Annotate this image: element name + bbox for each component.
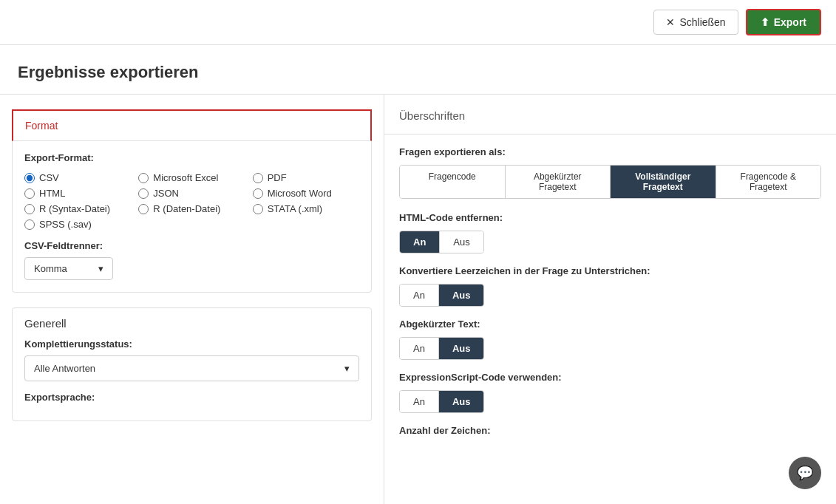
expression-toggle-aus[interactable]: Aus (439, 391, 484, 412)
radio-html[interactable]: HTML (24, 188, 131, 199)
right-section: Überschriften Fragen exportieren als: Fr… (384, 95, 836, 436)
questions-export-label: Fragen exportieren als: (399, 146, 821, 157)
csv-separator-dropdown[interactable]: Komma ▾ (24, 257, 113, 280)
right-panel: Überschriften Fragen exportieren als: Fr… (384, 95, 836, 504)
html-toggle-group: An Aus (399, 231, 484, 253)
radio-word[interactable]: Microsoft Word (253, 188, 359, 199)
completion-dropdown[interactable]: Alle Antworten ▾ (24, 355, 359, 381)
radio-pdf[interactable]: PDF (253, 172, 359, 183)
export-label: Export (774, 16, 806, 28)
html-toggle-aus[interactable]: Aus (440, 231, 483, 253)
short-text-label: Abgekürzter Text: (399, 319, 821, 330)
tab-fragencode-fragetext[interactable]: Fragencode &Fragetext (716, 166, 821, 198)
completion-value: Alle Antworten (34, 363, 95, 374)
radio-json-label: JSON (153, 188, 179, 199)
html-toggle-an[interactable]: An (400, 231, 440, 253)
tab-fragencode[interactable]: Fragencode (400, 166, 506, 198)
format-section: Format Export-Format: CSV HTML (12, 109, 372, 293)
export-lang-label: Exportsprache: (24, 392, 359, 403)
format-section-body: Export-Format: CSV HTML (13, 140, 371, 292)
format-radio-grid: CSV HTML R (Syntax-Datei) SPSS (.sa (24, 172, 359, 230)
radio-spss[interactable]: SPSS (.sav) (24, 219, 131, 230)
generell-header: Generell (13, 308, 371, 338)
upload-icon: ⬆ (761, 16, 769, 28)
radio-csv-label: CSV (39, 172, 59, 183)
tab-abgekuerzt[interactable]: AbgekürzterFragetext (506, 166, 611, 198)
questions-tab-group: Fragencode AbgekürzterFragetext Vollstän… (399, 165, 821, 199)
convert-toggle-an[interactable]: An (400, 285, 439, 306)
radio-stata-label: STATA (.xml) (268, 203, 322, 214)
char-count-label: Anzahl der Zeichen: (399, 425, 821, 436)
short-text-toggle-aus[interactable]: Aus (439, 338, 484, 359)
radio-excel-label: Microsoft Excel (153, 172, 218, 183)
radio-csv[interactable]: CSV (24, 172, 131, 183)
convert-label: Konvertiere Leerzeichen in der Frage zu … (399, 265, 821, 276)
short-text-toggle-an[interactable]: An (400, 338, 439, 359)
short-text-toggle-group: An Aus (399, 337, 484, 360)
right-section-title: Überschriften (399, 109, 821, 122)
generell-body: Komplettierungsstatus: Alle Antworten ▾ … (13, 338, 371, 420)
tab-vollstaendig[interactable]: VollständigerFragetext (611, 166, 716, 198)
chat-icon: 💬 (797, 465, 813, 481)
radio-spss-label: SPSS (.sav) (39, 219, 92, 230)
close-icon: ✕ (666, 16, 675, 28)
top-bar: ✕ Schließen ⬆ Export (0, 0, 836, 45)
radio-rdata-label: R (Daten-Datei) (153, 203, 220, 214)
chat-button[interactable]: 💬 (789, 457, 821, 489)
html-remove-label: HTML-Code entfernen: (399, 212, 821, 223)
radio-pdf-label: PDF (268, 172, 287, 183)
format-col3: PDF Microsoft Word STATA (.xml) (253, 172, 359, 230)
radio-html-label: HTML (39, 188, 65, 199)
close-button[interactable]: ✕ Schließen (653, 10, 738, 35)
radio-excel[interactable]: Microsoft Excel (138, 172, 245, 183)
csv-separator-value: Komma (34, 263, 67, 274)
main-content: Format Export-Format: CSV HTML (0, 95, 836, 504)
completion-label: Komplettierungsstatus: (24, 338, 359, 350)
export-format-label: Export-Format: (24, 152, 359, 163)
radio-rsyntax[interactable]: R (Syntax-Datei) (24, 203, 131, 214)
chevron-down-icon2: ▾ (344, 363, 350, 374)
export-button[interactable]: ⬆ Export (746, 9, 821, 35)
radio-json[interactable]: JSON (138, 188, 245, 199)
expression-toggle-an[interactable]: An (400, 391, 439, 412)
radio-rdata[interactable]: R (Daten-Datei) (138, 203, 245, 214)
csv-separator-label: CSV-Feldtrenner: (24, 240, 359, 251)
left-panel: Format Export-Format: CSV HTML (0, 95, 384, 504)
radio-rsyntax-label: R (Syntax-Datei) (39, 203, 110, 214)
radio-word-label: Microsoft Word (268, 188, 332, 199)
close-label: Schließen (679, 16, 725, 28)
generell-section: Generell Komplettierungsstatus: Alle Ant… (12, 307, 372, 421)
chevron-down-icon: ▾ (98, 263, 103, 274)
radio-stata[interactable]: STATA (.xml) (253, 203, 359, 214)
format-col1: CSV HTML R (Syntax-Datei) SPSS (.sa (24, 172, 131, 230)
expression-label: ExpressionScript-Code verwenden: (399, 372, 821, 383)
convert-toggle-aus[interactable]: Aus (439, 285, 484, 306)
page-title: Ergebnisse exportieren (0, 45, 836, 95)
format-section-header: Format (12, 109, 372, 141)
convert-toggle-group: An Aus (399, 284, 484, 307)
expression-toggle-group: An Aus (399, 390, 484, 413)
format-col2: Microsoft Excel JSON R (Daten-Datei) (138, 172, 245, 230)
